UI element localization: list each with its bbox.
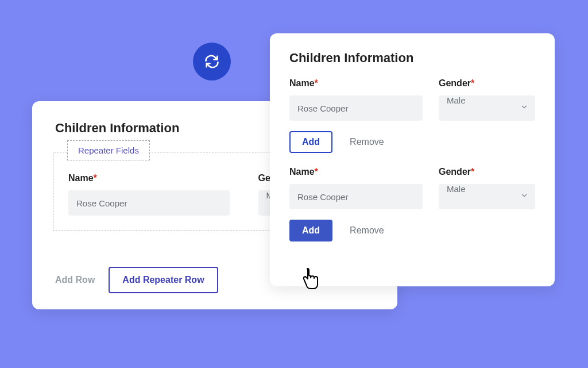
- gender-label: Gender*: [439, 78, 535, 89]
- required-marker: *: [315, 167, 318, 177]
- gender-label-text: Gender: [439, 78, 471, 88]
- required-marker: *: [315, 78, 318, 88]
- add-row-label: Add Row: [55, 275, 95, 285]
- add-button[interactable]: Add: [289, 131, 332, 153]
- name-label: Name*: [68, 173, 230, 183]
- required-marker: *: [471, 78, 474, 88]
- gender-select[interactable]: Male: [439, 95, 535, 121]
- remove-link[interactable]: Remove: [350, 137, 384, 147]
- gender-label: Gender*: [439, 167, 535, 177]
- gender-select[interactable]: Male: [439, 184, 535, 209]
- name-input[interactable]: [289, 95, 423, 121]
- name-input[interactable]: [289, 184, 423, 209]
- name-label-text: Name: [289, 167, 315, 177]
- repeater-fields-tag: Repeater Fields: [67, 140, 150, 160]
- add-button[interactable]: Add: [289, 220, 332, 241]
- children-form-card: Children Information Name* Gender* Male: [270, 33, 555, 286]
- name-label-text: Name: [68, 173, 94, 183]
- card-title: Children Information: [289, 51, 535, 66]
- add-repeater-row-button[interactable]: Add Repeater Row: [109, 267, 218, 293]
- name-label-text: Name: [289, 78, 315, 88]
- required-marker: *: [94, 173, 97, 183]
- name-input[interactable]: [68, 190, 230, 216]
- remove-link[interactable]: Remove: [350, 225, 384, 236]
- repeat-icon: [193, 43, 231, 80]
- name-label: Name*: [289, 78, 423, 89]
- gender-label-text: Gender: [439, 167, 471, 177]
- name-label: Name*: [289, 167, 423, 177]
- required-marker: *: [471, 167, 474, 177]
